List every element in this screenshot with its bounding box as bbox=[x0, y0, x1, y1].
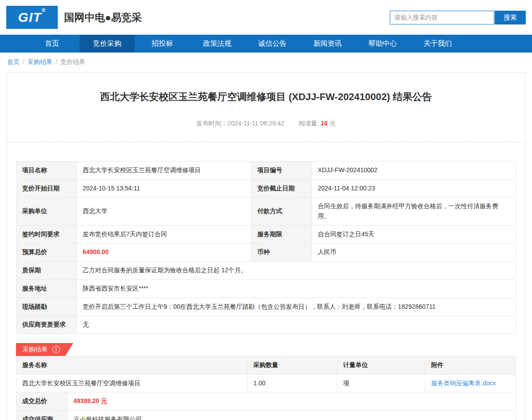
table-row: 采购单位 西北大学 付款方式 合同生效后，待服务期满并经甲方验收合格后，一次性付… bbox=[16, 198, 516, 225]
search-button[interactable]: 搜索 bbox=[495, 11, 526, 24]
result-summary-table: 成交总价 49398.20 元 成交供应商 京小服科技服务有限公司 质保及售后服… bbox=[16, 392, 516, 420]
label-budget-total: 预算总价 bbox=[16, 243, 77, 262]
breadcrumb-current: 竞价结果 bbox=[60, 58, 85, 65]
announcement-head: 西北大学长安校区玉兰苑餐厅空调维修项目 (XDJJ-FW-202410002) … bbox=[7, 73, 525, 142]
article-meta: 发布时间：2024-11-11 08:29:42 阅读量:16次 bbox=[20, 120, 512, 128]
nav-item-home[interactable]: 首页 bbox=[24, 35, 80, 52]
value-service-address: 陕西省西安市长安区**** bbox=[77, 279, 516, 298]
label-service-period: 服务期限 bbox=[252, 225, 312, 243]
table-row: 供应商资质要求 无 bbox=[16, 316, 516, 334]
label-currency: 币种 bbox=[252, 243, 312, 262]
table-row: 预算总价 64900.00 币种 人民币 bbox=[16, 243, 516, 262]
label-service-address: 服务地址 bbox=[16, 279, 77, 298]
breadcrumb-procurement-results[interactable]: 采购结果 bbox=[28, 58, 52, 65]
value-budget-total: 64900.00 bbox=[77, 243, 252, 262]
value-winning-supplier: 京小服科技服务有限公司 bbox=[68, 410, 516, 420]
table-row: 竞价开始日期 2024-10-15 13:54:11 竞价截止日期 2024-1… bbox=[16, 179, 516, 198]
label-bid-end-date: 竞价截止日期 bbox=[252, 179, 312, 198]
nav-item-integrity-notices[interactable]: 诚信公告 bbox=[245, 35, 300, 52]
breadcrumb-separator: / bbox=[56, 58, 57, 65]
label-payment-method: 付款方式 bbox=[252, 198, 312, 225]
views-unit: 次 bbox=[329, 120, 336, 127]
publish-time-label: 发布时间： bbox=[196, 120, 228, 127]
result-table-row: 西北大学长安校区玉兰苑餐厅空调维修项目 1.00 项 服务类响应偏离表.docx bbox=[16, 374, 516, 392]
header-attachment: 附件 bbox=[425, 356, 516, 374]
nav-item-bidding-procurement[interactable]: 竞价采购 bbox=[80, 35, 135, 52]
search-input[interactable] bbox=[390, 11, 494, 24]
value-payment-method: 合同生效后，待服务期满并经甲方验收合格后，一次性付清服务费用。 bbox=[312, 198, 516, 225]
table-row: 成交总价 49398.20 元 bbox=[16, 392, 516, 411]
value-supplier-qualification: 无 bbox=[77, 316, 516, 334]
breadcrumb-home[interactable]: 首页 bbox=[7, 58, 20, 65]
breadcrumb: 首页/采购结果/竞价结果 bbox=[0, 52, 532, 71]
label-bid-start-date: 竞价开始日期 bbox=[16, 179, 77, 198]
views-label: 阅读量: bbox=[299, 120, 319, 127]
nav-item-about-us[interactable]: 关于我们 bbox=[410, 35, 465, 52]
site-name: 国网中电●易竞采 bbox=[64, 11, 142, 24]
announcement-body: 项目名称 西北大学长安校区玉兰苑餐厅空调维修项目 项目编号 XDJJ-FW-20… bbox=[7, 161, 525, 420]
label-signing-time: 签约时间要求 bbox=[16, 225, 77, 243]
label-site-survey: 现场踏勘 bbox=[16, 298, 77, 316]
search-bar: 搜索 bbox=[390, 11, 526, 24]
label-project-number: 项目编号 bbox=[252, 162, 312, 180]
value-bid-end-date: 2024-11-04 12:00:23 bbox=[312, 179, 516, 198]
header-quantity: 采购数量 bbox=[248, 356, 337, 374]
result-table-header-row: 服务名称 采购数量 计量单位 附件 bbox=[16, 356, 516, 374]
label-deal-total-price: 成交总价 bbox=[16, 392, 68, 411]
page-header: GIT® 国网中电●易竞采 搜索 bbox=[0, 0, 532, 35]
value-service-name: 西北大学长安校区玉兰苑餐厅空调维修项目 bbox=[16, 374, 248, 392]
result-count-badge: 1 bbox=[52, 346, 60, 353]
value-signing-time: 发布竞价结果后7天内签订合同 bbox=[77, 225, 252, 243]
table-row: 签约时间要求 发布竞价结果后7天内签订合同 服务期限 自合同签订之日45天 bbox=[16, 225, 516, 243]
table-row: 成交供应商 京小服科技服务有限公司 bbox=[16, 410, 516, 420]
breadcrumb-separator: / bbox=[23, 58, 24, 65]
value-project-name: 西北大学长安校区玉兰苑餐厅空调维修项目 bbox=[77, 162, 252, 180]
main-nav: 首页 竞价采购 招投标 政策法规 诚信公告 新闻资讯 帮助中心 关于我们 bbox=[0, 35, 532, 52]
label-winning-supplier: 成交供应商 bbox=[16, 410, 68, 420]
procurement-result-badge: 采购结果 1 bbox=[16, 343, 73, 356]
label-purchasing-unit: 采购单位 bbox=[16, 198, 77, 225]
value-purchasing-unit: 西北大学 bbox=[77, 198, 252, 225]
nav-item-help-center[interactable]: 帮助中心 bbox=[355, 35, 410, 52]
label-supplier-qualification: 供应商资质要求 bbox=[16, 316, 77, 334]
nav-item-tenders[interactable]: 招投标 bbox=[135, 35, 190, 52]
nav-item-policies[interactable]: 政策法规 bbox=[190, 35, 245, 52]
table-row: 服务地址 陕西省西安市长安区**** bbox=[16, 279, 516, 298]
page-title: 西北大学长安校区玉兰苑餐厅空调维修项目 (XDJJ-FW-202410002) … bbox=[20, 90, 512, 104]
header-service-name: 服务名称 bbox=[16, 356, 248, 374]
table-row: 质保期 乙方对合同服务的质量保证期为验收合格后之日起 12个月。 bbox=[16, 262, 516, 280]
header-unit: 计量单位 bbox=[337, 356, 425, 374]
views-count: 16 bbox=[321, 120, 328, 127]
value-warranty-period: 乙方对合同服务的质量保证期为验收合格后之日起 12个月。 bbox=[77, 262, 516, 280]
project-info-table: 项目名称 西北大学长安校区玉兰苑餐厅空调维修项目 项目编号 XDJJ-FW-20… bbox=[16, 161, 516, 334]
site-logo[interactable]: GIT® bbox=[6, 6, 58, 29]
registered-mark-icon: ® bbox=[42, 7, 46, 13]
label-project-name: 项目名称 bbox=[16, 162, 77, 180]
value-site-survey: 竞价开启后第三个工作日上午9：00在西北大学玉兰苑餐厅踏勘（包含公告发布日），联… bbox=[77, 298, 516, 316]
procurement-result-label: 采购结果 bbox=[23, 346, 48, 353]
value-project-number: XDJJ-FW-202410002 bbox=[312, 162, 516, 180]
label-warranty-period: 质保期 bbox=[16, 262, 77, 280]
attachment-link[interactable]: 服务类响应偏离表.docx bbox=[431, 380, 496, 387]
nav-item-news[interactable]: 新闻资讯 bbox=[300, 35, 355, 52]
table-row: 现场踏勘 竞价开启后第三个工作日上午9：00在西北大学玉兰苑餐厅踏勘（包含公告发… bbox=[16, 298, 516, 316]
table-row: 项目名称 西北大学长安校区玉兰苑餐厅空调维修项目 项目编号 XDJJ-FW-20… bbox=[16, 162, 516, 180]
logo-text: GIT® bbox=[18, 10, 46, 25]
value-deal-total-price: 49398.20 元 bbox=[68, 392, 516, 411]
value-unit: 项 bbox=[337, 374, 425, 392]
value-quantity: 1.00 bbox=[248, 374, 337, 392]
result-table: 服务名称 采购数量 计量单位 附件 西北大学长安校区玉兰苑餐厅空调维修项目 1.… bbox=[16, 356, 516, 392]
value-bid-start-date: 2024-10-15 13:54:11 bbox=[77, 179, 252, 198]
publish-time-value: 2024-11-11 08:29:42 bbox=[228, 120, 284, 127]
value-currency: 人民币 bbox=[312, 243, 516, 262]
value-service-period: 自合同签订之日45天 bbox=[312, 225, 516, 243]
announcement-card: 西北大学长安校区玉兰苑餐厅空调维修项目 (XDJJ-FW-202410002) … bbox=[6, 72, 526, 420]
